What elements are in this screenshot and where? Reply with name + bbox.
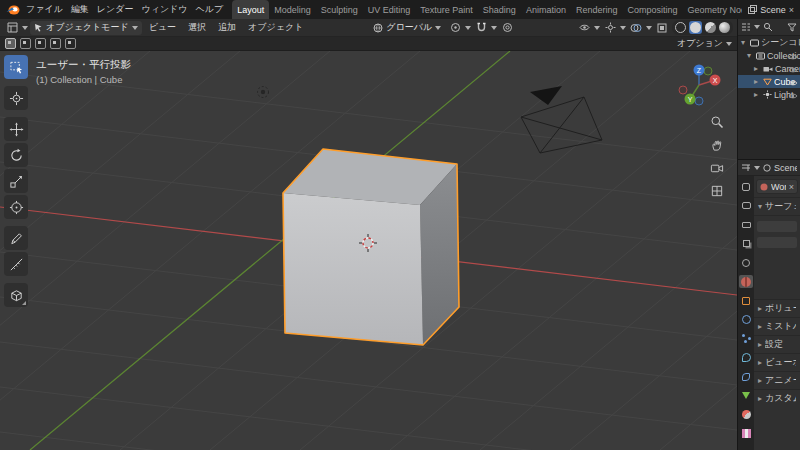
workspace-tab-animation[interactable]: Animation	[521, 0, 571, 19]
camera-object[interactable]	[521, 86, 602, 153]
workspace-tab-texture-paint[interactable]: Texture Paint	[415, 0, 478, 19]
section-viewport-display[interactable]: ▸ ビューポート表示	[754, 353, 800, 371]
tab-physics[interactable]	[739, 351, 753, 364]
shading-material-icon[interactable]	[705, 22, 716, 33]
pan-hand-icon[interactable]	[708, 136, 726, 154]
section-surface[interactable]: ▾ サーフェス	[754, 197, 800, 215]
section-volume[interactable]: ▸ ボリューム	[754, 299, 800, 317]
show-gizmo-icon[interactable]	[602, 21, 618, 35]
overlays-icon[interactable]	[628, 21, 644, 35]
editor-type-icon[interactable]	[4, 21, 20, 35]
filter-icon[interactable]	[787, 23, 797, 32]
navigation-gizmo[interactable]: Z X Y	[675, 61, 723, 111]
viewport-3d[interactable]: ユーザー・平行投影 (1) Collection | Cube	[0, 51, 737, 450]
menu-object[interactable]: オブジェクト	[243, 21, 308, 34]
menu-edit[interactable]: 編集	[67, 0, 93, 19]
tab-world[interactable]	[739, 275, 753, 288]
tool-transform[interactable]	[4, 195, 28, 219]
section-settings[interactable]: ▸ 設定	[754, 335, 800, 353]
menu-help[interactable]: ヘルプ	[192, 0, 228, 19]
scene-browse-icon[interactable]	[748, 5, 757, 14]
outliner-row-light[interactable]: ▸ Light	[738, 88, 800, 101]
menu-window[interactable]: ウィンドウ	[137, 0, 191, 19]
section-mist-pass[interactable]: ▸ ミストパス	[754, 317, 800, 335]
visibility-eye-icon[interactable]	[788, 52, 798, 62]
select-mode-invert-icon[interactable]	[50, 38, 61, 49]
proportional-editing-icon[interactable]	[499, 21, 515, 35]
workspace-tab-layout[interactable]: Layout	[232, 0, 269, 19]
tool-measure[interactable]	[4, 252, 28, 276]
workspace-tab-modeling[interactable]: Modeling	[269, 0, 316, 19]
menu-select[interactable]: 選択	[183, 21, 211, 34]
light-object[interactable]	[258, 87, 269, 98]
visibility-eye-icon[interactable]	[788, 78, 798, 88]
scene-selector[interactable]: Scene ×	[742, 0, 800, 19]
tab-object[interactable]	[739, 294, 753, 307]
select-mode-intersect-icon[interactable]	[65, 38, 76, 49]
workspace-tab-sculpting[interactable]: Sculpting	[316, 0, 363, 19]
tool-options-dropdown[interactable]: オプション	[677, 37, 732, 50]
disclosure-icon[interactable]: ▸	[754, 64, 761, 73]
disclosure-icon[interactable]: ▾	[747, 51, 754, 60]
menu-view[interactable]: ビュー	[144, 21, 181, 34]
shading-solid-icon[interactable]	[689, 21, 702, 34]
workspace-tab-compositing[interactable]: Compositing	[622, 0, 682, 19]
workspace-tab-uv-editing[interactable]: UV Editing	[363, 0, 416, 19]
outliner-editor-icon[interactable]	[741, 22, 751, 32]
tool-add-cube[interactable]	[4, 283, 28, 307]
scene-unlink-icon[interactable]: ×	[789, 5, 794, 15]
workspace-tab-shading[interactable]: Shading	[478, 0, 521, 19]
menu-render[interactable]: レンダー	[93, 0, 138, 19]
tool-move[interactable]	[4, 117, 28, 141]
properties-editor-icon[interactable]	[741, 163, 751, 173]
outliner-row-camera[interactable]: ▸ Camera	[738, 62, 800, 75]
select-mode-extend-icon[interactable]	[20, 38, 31, 49]
blender-logo-icon[interactable]	[4, 0, 22, 19]
tab-scene[interactable]	[739, 256, 753, 269]
scene-canvas[interactable]	[0, 51, 737, 450]
tab-object-data[interactable]	[739, 389, 753, 402]
ortho-grid-icon[interactable]	[708, 182, 726, 200]
section-animation[interactable]: ▸ アニメーション	[754, 371, 800, 389]
transform-orientation-selector[interactable]: グローバル	[369, 21, 445, 35]
section-custom-properties[interactable]: ▸ カスタムプロパティ	[754, 389, 800, 407]
outliner-row-scene-collection[interactable]: ▾ シーンコレクション	[738, 36, 800, 49]
disclosure-icon[interactable]: ▾	[741, 38, 748, 47]
tool-cursor[interactable]	[4, 86, 28, 110]
zoom-icon[interactable]	[708, 113, 726, 131]
workspace-tab-rendering[interactable]: Rendering	[571, 0, 623, 19]
shading-wireframe-icon[interactable]	[675, 22, 686, 33]
menu-add[interactable]: 追加	[213, 21, 241, 34]
snap-magnet-icon[interactable]	[473, 21, 489, 35]
visibility-eye-icon[interactable]	[788, 65, 798, 75]
tab-tool[interactable]	[739, 180, 753, 193]
camera-view-icon[interactable]	[708, 159, 726, 177]
xray-toggle-icon[interactable]	[654, 21, 670, 35]
tab-particles[interactable]	[739, 332, 753, 345]
tool-scale[interactable]	[4, 169, 28, 193]
shading-rendered-icon[interactable]	[719, 22, 730, 33]
menu-file[interactable]: ファイル	[22, 0, 67, 19]
tab-material[interactable]	[739, 408, 753, 421]
select-mode-subtract-icon[interactable]	[35, 38, 46, 49]
tab-constraints[interactable]	[739, 370, 753, 383]
outliner-row-collection[interactable]: ▾ Collection	[738, 49, 800, 62]
visibility-eye-icon[interactable]	[788, 91, 798, 101]
world-datablock-selector[interactable]: World ×	[756, 179, 798, 194]
search-icon[interactable]	[763, 22, 773, 32]
disclosure-icon[interactable]: ▸	[754, 90, 761, 99]
pivot-point-icon[interactable]	[447, 21, 463, 35]
disclosure-icon[interactable]: ▸	[754, 77, 761, 86]
tab-output[interactable]	[739, 218, 753, 231]
object-visibility-icon[interactable]	[576, 21, 592, 35]
mode-selector[interactable]: オブジェクトモード	[30, 21, 142, 35]
tool-rotate[interactable]	[4, 143, 28, 167]
tab-modifiers[interactable]	[739, 313, 753, 326]
surface-widget-placeholder[interactable]	[757, 221, 797, 232]
tool-box-select[interactable]	[4, 55, 28, 79]
select-mode-set-icon[interactable]	[5, 38, 16, 49]
tab-view-layer[interactable]	[739, 237, 753, 250]
tab-texture[interactable]	[739, 427, 753, 440]
surface-widget-placeholder[interactable]	[757, 237, 797, 248]
tool-annotate[interactable]	[4, 226, 28, 250]
